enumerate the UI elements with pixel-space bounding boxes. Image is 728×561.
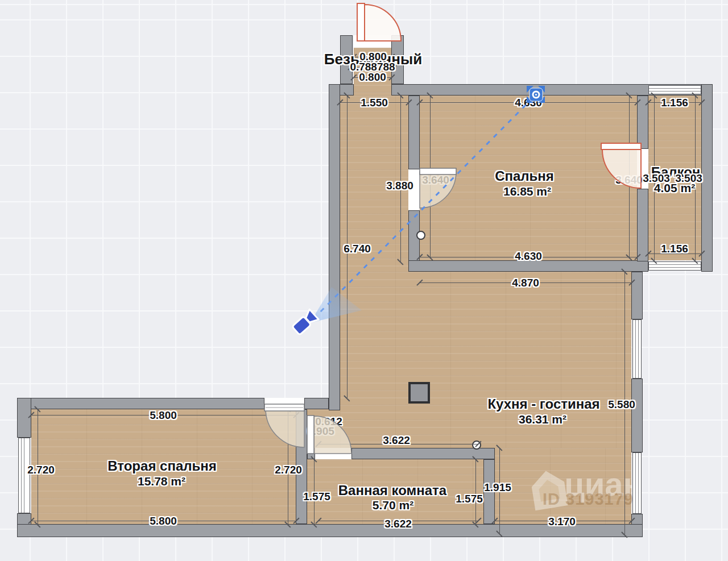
camera-selected-icon[interactable] bbox=[527, 86, 545, 103]
doors-and-cameras-overlay bbox=[0, 0, 728, 561]
bedroom-door[interactable] bbox=[420, 168, 456, 208]
bathroom-door[interactable] bbox=[307, 415, 351, 454]
camera-path-line bbox=[313, 98, 532, 319]
second-bedroom-door[interactable] bbox=[264, 404, 304, 447]
floorplan-canvas[interactable]: циан ID 3193179 bbox=[0, 0, 728, 561]
entrance-door[interactable] bbox=[357, 3, 401, 41]
camera-icon[interactable] bbox=[291, 309, 318, 336]
balcony-door[interactable] bbox=[601, 143, 641, 188]
